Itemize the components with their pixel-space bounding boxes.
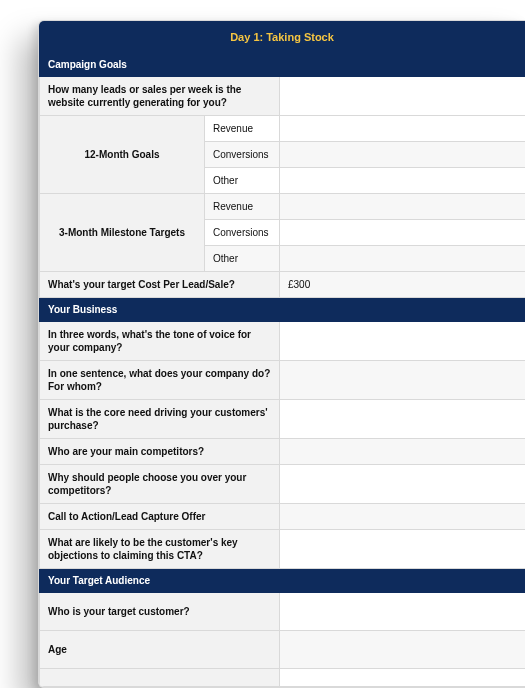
row-objections: What are likely to be the customer's key… <box>40 530 525 569</box>
section-your-business: Your Business <box>40 298 525 322</box>
row-leads: How many leads or sales per week is the … <box>40 77 525 116</box>
question-label: Who is your target customer? <box>40 593 280 631</box>
answer-cell[interactable] <box>280 400 525 439</box>
answer-cell[interactable] <box>280 439 525 465</box>
answer-cell[interactable] <box>280 116 525 142</box>
sub-label: Revenue <box>205 116 280 142</box>
section-heading: Your Target Audience <box>40 569 525 593</box>
answer-cell[interactable] <box>280 142 525 168</box>
question-label: How many leads or sales per week is the … <box>40 77 280 116</box>
sub-label: Conversions <box>205 142 280 168</box>
sub-label: Revenue <box>205 194 280 220</box>
row-competitors: Who are your main competitors? <box>40 439 525 465</box>
answer-cell[interactable] <box>280 322 525 361</box>
answer-cell[interactable] <box>280 361 525 400</box>
row-3month-revenue: 3-Month Milestone Targets Revenue <box>40 194 525 220</box>
row-core-need: What is the core need driving your custo… <box>40 400 525 439</box>
question-label: 3-Month Milestone Targets <box>40 194 205 272</box>
section-heading: Your Business <box>40 298 525 322</box>
question-label: 12-Month Goals <box>40 116 205 194</box>
sub-label: Conversions <box>205 220 280 246</box>
question-label: Call to Action/Lead Capture Offer <box>40 504 280 530</box>
answer-cell[interactable] <box>280 77 525 116</box>
answer-cell[interactable] <box>280 168 525 194</box>
question-label: In three words, what's the tone of voice… <box>40 322 280 361</box>
answer-cell[interactable] <box>280 465 525 504</box>
answer-cell[interactable]: £300 <box>280 272 525 298</box>
sub-label: Other <box>205 246 280 272</box>
row-why-choose: Why should people choose you over your c… <box>40 465 525 504</box>
section-heading: Campaign Goals <box>40 53 525 77</box>
answer-cell[interactable] <box>280 194 525 220</box>
question-label: Why should people choose you over your c… <box>40 465 280 504</box>
question-label: Age <box>40 631 280 669</box>
row-who: Who is your target customer? <box>40 593 525 631</box>
question-label: In one sentence, what does your company … <box>40 361 280 400</box>
answer-cell[interactable] <box>280 593 525 631</box>
answer-cell[interactable] <box>280 669 525 687</box>
answer-cell[interactable] <box>280 504 525 530</box>
question-label: What's your target Cost Per Lead/Sale? <box>40 272 280 298</box>
answer-cell[interactable] <box>280 530 525 569</box>
row-12month-revenue: 12-Month Goals Revenue <box>40 116 525 142</box>
title-row: Day 1: Taking Stock <box>40 22 525 53</box>
worksheet-table: Day 1: Taking Stock Campaign Goals How m… <box>39 21 525 687</box>
row-age: Age <box>40 631 525 669</box>
row-cta: Call to Action/Lead Capture Offer <box>40 504 525 530</box>
answer-cell[interactable] <box>280 631 525 669</box>
row-tone: In three words, what's the tone of voice… <box>40 322 525 361</box>
worksheet: Day 1: Taking Stock Campaign Goals How m… <box>38 20 525 688</box>
section-campaign-goals: Campaign Goals <box>40 53 525 77</box>
row-blank <box>40 669 525 687</box>
row-sentence: In one sentence, what does your company … <box>40 361 525 400</box>
question-label: What is the core need driving your custo… <box>40 400 280 439</box>
question-label: What are likely to be the customer's key… <box>40 530 280 569</box>
sub-label: Other <box>205 168 280 194</box>
question-label <box>40 669 280 687</box>
page-title: Day 1: Taking Stock <box>40 22 525 53</box>
question-label: Who are your main competitors? <box>40 439 280 465</box>
answer-cell[interactable] <box>280 246 525 272</box>
answer-cell[interactable] <box>280 220 525 246</box>
row-target-cost: What's your target Cost Per Lead/Sale? £… <box>40 272 525 298</box>
section-target-audience: Your Target Audience <box>40 569 525 593</box>
